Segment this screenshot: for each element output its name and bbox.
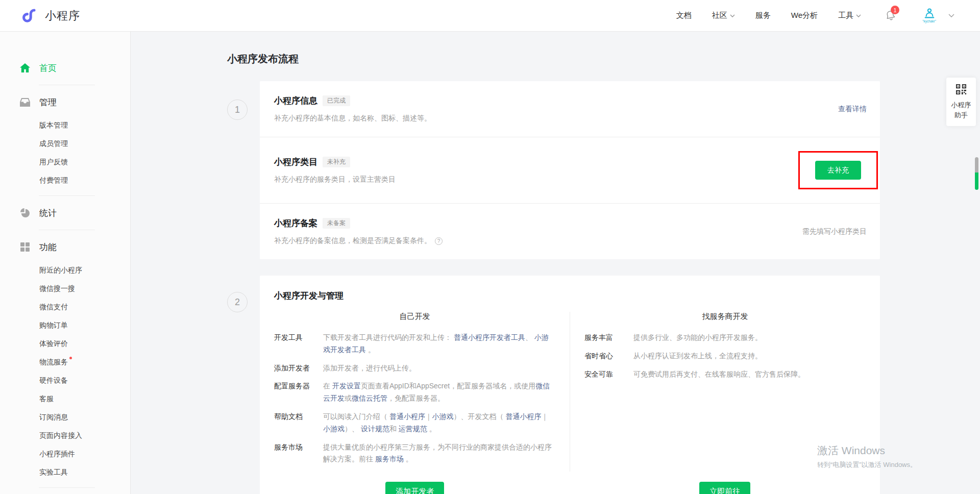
annotation-highlight: 去补充 (798, 151, 878, 189)
sidebar-item-page-content-access[interactable]: 页面内容接入 (0, 426, 130, 444)
sidebar-group-features[interactable]: 功能 (0, 236, 130, 258)
header-nav: 文档 社区 服务 We分析 工具 1 "kychakr" (656, 8, 954, 23)
text-segment: ，免配置服务器。 (387, 394, 445, 402)
scrollbar-thumb-green (975, 172, 978, 190)
sidebar-item-payment-management[interactable]: 付费管理 (0, 171, 130, 189)
sidebar-item-wechat-pay[interactable]: 微信支付 (0, 298, 130, 316)
qr-code-icon (956, 84, 966, 94)
account-menu-chevron-icon[interactable] (948, 14, 954, 17)
row-miniprogram-info: 小程序信息已完成 补充小程序的基本信息，如名称、图标、描述等。 查看详情 (260, 81, 880, 137)
page-title: 小程序发布流程 (227, 52, 880, 66)
top-header: 小程序 文档 社区 服务 We分析 工具 1 "kychakr" (0, 0, 980, 32)
nav-tools[interactable]: 工具 (838, 11, 861, 20)
provider-row-safe-reliable: 安全可靠 可免费试用后再支付、在线客服响应、官方售后保障。 (584, 368, 866, 381)
dev-row-configure-server: 配置服务器 在 开发设置页面查看AppID和AppSecret，配置服务器域名，… (274, 380, 555, 405)
app-logo[interactable]: 小程序 (22, 7, 80, 24)
link-cloud-hosting[interactable]: 微信云托管 (352, 394, 387, 402)
sidebar-item-logistics-service[interactable]: 物流服务 (0, 353, 130, 371)
sidebar-item-version-management[interactable]: 版本管理 (0, 116, 130, 134)
view-details-link[interactable]: 查看详情 (838, 105, 867, 114)
link-service-market[interactable]: 服务市场 (375, 455, 404, 463)
step-2-number: 2 (227, 292, 248, 312)
step-1-number: 1 (227, 100, 248, 120)
sidebar-group-statistics[interactable]: 统计 (0, 202, 130, 224)
text-segment: 页面查看AppID和AppSecret，配置服务器域名，或使用 (361, 382, 535, 390)
home-icon (19, 63, 31, 72)
question-mark-icon[interactable]: ? (435, 237, 443, 245)
nav-we-analytics[interactable]: We分析 (791, 11, 818, 20)
text-segment: 提供大量优质的小程序第三方服务，为不同行业的商家提供合适的小程序解决方案。前往 (323, 443, 552, 463)
sidebar-item-hardware-devices[interactable]: 硬件设备 (0, 371, 130, 389)
sidebar-item-wechat-search[interactable]: 微信搜一搜 (0, 279, 130, 298)
link-docs-game[interactable]: 小游戏 (323, 425, 345, 433)
notifications-button[interactable]: 1 (885, 10, 896, 21)
add-developer-button[interactable]: 添加开发者 (385, 482, 444, 494)
chevron-down-icon (856, 14, 861, 17)
divider (39, 487, 95, 488)
miniprogram-logo-icon (22, 7, 40, 24)
link-intro-miniprogram[interactable]: 普通小程序 (389, 412, 425, 421)
scrollbar-thumb-gray (975, 157, 978, 172)
dev-row-help-docs: 帮助文档 可以阅读入门介绍（ 普通小程序｜小游戏）、开发文档（ 普通小程序｜小游… (274, 411, 555, 435)
column-header: 自己开发 (274, 312, 555, 322)
text-segment: 。 (404, 455, 413, 463)
row-desc: 补充小程序的基本信息，如名称、图标、描述等。 (274, 114, 431, 123)
link-operation-rules[interactable]: 运营规范 (399, 425, 427, 433)
sidebar-item-experimental-tools[interactable]: 实验工具 (0, 463, 130, 481)
text-segment: 添加开发者，进行代码上传。 (323, 364, 416, 372)
text-segment: ）、开发文档（ (454, 412, 506, 421)
nav-services[interactable]: 服务 (755, 11, 771, 20)
text-segment: 。 (366, 345, 375, 354)
sidebar-item-miniprogram-plugins[interactable]: 小程序插件 (0, 444, 130, 463)
dev-row-add-developer: 添加开发者 添加开发者，进行代码上传。 (274, 362, 555, 375)
row-title: 小程序类目未补充 (274, 156, 396, 168)
step-1: 1 小程序信息已完成 补充小程序的基本信息，如名称、图标、描述等。 查看详情 小… (227, 81, 880, 259)
user-avatar[interactable]: "kychakr" (918, 8, 941, 23)
sidebar-item-shopping-orders[interactable]: 购物订单 (0, 316, 130, 334)
link-dev-settings[interactable]: 开发设置 (332, 382, 361, 390)
assistant-label: 小程序 助手 (948, 100, 974, 120)
text-segment: 、 (525, 333, 534, 341)
status-badge: 未补充 (323, 157, 350, 167)
sidebar-item-home[interactable]: 首页 (0, 57, 130, 79)
sidebar-item-customer-service[interactable]: 客服 (0, 389, 130, 408)
provider-row-rich-services: 服务丰富 提供多行业、多功能的小程序开发服务。 (584, 332, 866, 344)
go-supplement-button[interactable]: 去补充 (815, 161, 861, 180)
row-miniprogram-category: 小程序类目未补充 补充小程序的服务类目，设置主营类目 去补充 (260, 137, 880, 203)
text-segment: 和 (389, 425, 399, 433)
sidebar-item-nearby-miniprograms[interactable]: 附近的小程序 (0, 261, 130, 279)
row-desc: 补充小程序的服务类目，设置主营类目 (274, 175, 396, 184)
link-standard-devtools[interactable]: 普通小程序开发者工具 (454, 333, 525, 341)
text-segment: 在 (323, 382, 332, 390)
text-segment: 提供多行业、多功能的小程序开发服务。 (633, 333, 762, 341)
nav-docs[interactable]: 文档 (676, 11, 692, 20)
logo-text: 小程序 (45, 8, 80, 23)
link-intro-game[interactable]: 小游戏 (432, 412, 454, 421)
main-content: 小程序发布流程 1 小程序信息已完成 补充小程序的基本信息，如名称、图标、描述等… (131, 32, 980, 494)
row-miniprogram-icp-filing: 小程序备案未备案 补充小程序的备案信息，检测是否满足备案条件。? 需先填写小程序… (260, 203, 880, 259)
text-segment: 从小程序认证到发布上线，全流程支持。 (633, 352, 762, 360)
link-docs-miniprogram[interactable]: 普通小程序 (506, 412, 542, 421)
text-segment: ｜ (425, 412, 432, 421)
provider-row-save-time: 省时省心 从小程序认证到发布上线，全流程支持。 (584, 350, 866, 362)
row-desc: 补充小程序的备案信息，检测是否满足备案条件。? (274, 236, 443, 245)
dev-row-service-market: 服务市场 提供大量优质的小程序第三方服务，为不同行业的商家提供合适的小程序解决方… (274, 441, 555, 466)
red-dot-badge (69, 357, 72, 359)
sidebar-item-member-management[interactable]: 成员管理 (0, 134, 130, 153)
sidebar-item-subscribe-message[interactable]: 订阅消息 (0, 408, 130, 426)
sidebar-item-user-feedback[interactable]: 用户反馈 (0, 153, 130, 171)
step-2: 2 小程序开发与管理 自己开发 开发工具 下载开发者工具进行代码的开发和上传： … (227, 276, 880, 494)
sidebar-group-management[interactable]: 管理 (0, 91, 130, 113)
scrollbar-thumb[interactable] (975, 157, 978, 190)
step-1-card: 小程序信息已完成 补充小程序的基本信息，如名称、图标、描述等。 查看详情 小程序… (260, 81, 880, 259)
divider (39, 85, 95, 85)
go-now-button[interactable]: 立即前往 (699, 482, 750, 494)
nav-community[interactable]: 社区 (712, 11, 735, 20)
column-find-provider: 找服务商开发 服务丰富 提供多行业、多功能的小程序开发服务。 省时省心 从小程序… (570, 312, 880, 472)
text-segment: ）、 (345, 425, 361, 433)
link-design-guidelines[interactable]: 设计规范 (361, 425, 389, 433)
sidebar-item-experience-rating[interactable]: 体验评价 (0, 334, 130, 353)
miniprogram-assistant-widget[interactable]: 小程序 助手 (946, 78, 976, 126)
pie-chart-icon (19, 208, 31, 217)
dev-row-devtools: 开发工具 下载开发者工具进行代码的开发和上传： 普通小程序开发者工具、 小游戏开… (274, 332, 555, 356)
